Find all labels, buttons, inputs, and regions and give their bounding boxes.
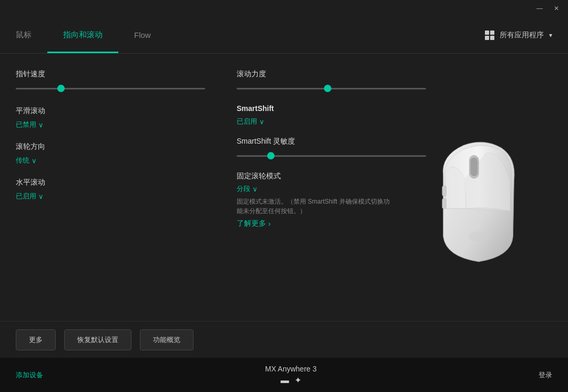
footer: 添加设备 MX Anywhere 3 ▬ ✦ 登录: [0, 358, 568, 392]
fixed-wheel-setting: 固定滚轮模式 分段 ∨ 固定模式未激活。（禁用 SmartShift 并确保模式…: [237, 172, 426, 228]
scroll-force-setting: 滚动力度: [237, 69, 426, 94]
scroll-direction-label: 滚轮方向: [16, 142, 205, 152]
smooth-scroll-label: 平滑滚动: [16, 106, 205, 116]
chevron-down-icon: ▾: [549, 32, 552, 39]
main-content: 指针速度 平滑滚动 已禁用 ∨: [0, 54, 568, 321]
fixed-wheel-note: 固定模式未激活。（禁用 SmartShift 并确保模式切换功能未分配至任何按钮…: [237, 197, 394, 216]
close-button[interactable]: ✕: [549, 3, 564, 14]
scroll-direction-setting: 滚轮方向 传统 ∨: [16, 142, 205, 165]
chevron-icon: ∨: [32, 157, 37, 165]
horizontal-scroll-value[interactable]: 已启用 ∨: [16, 192, 205, 201]
app-selector[interactable]: 所有应用程序 ▾: [485, 31, 552, 40]
title-bar: — ✕: [0, 0, 568, 17]
smooth-scroll-value[interactable]: 已禁用 ∨: [16, 120, 205, 129]
arrow-icon: ›: [268, 219, 271, 228]
slider-track: [237, 88, 426, 89]
chevron-icon: ∨: [38, 121, 44, 129]
scroll-direction-value[interactable]: 传统 ∨: [16, 156, 205, 165]
svg-rect-2: [442, 186, 447, 196]
chevron-icon: ∨: [252, 185, 258, 193]
header: 鼠标 指向和滚动 Flow 所有应用程序 ▾: [0, 17, 568, 54]
smartshift-value[interactable]: 已启用 ∨: [237, 117, 426, 126]
fixed-wheel-value[interactable]: 分段 ∨: [237, 184, 426, 194]
minimize-button[interactable]: —: [532, 3, 547, 14]
smartshift-sensitivity-slider[interactable]: [237, 150, 426, 161]
smartshift-setting: SmartShift 已启用 ∨: [237, 104, 426, 126]
tab-bar: 鼠标 指向和滚动 Flow: [16, 17, 167, 53]
smartshift-sensitivity-label: SmartShift 灵敏度: [237, 137, 426, 146]
bluetooth-icon: ✦: [295, 375, 301, 385]
chevron-icon: ∨: [38, 193, 44, 200]
app-window: — ✕ 鼠标 指向和滚动 Flow 所有应用程序 ▾: [0, 0, 568, 392]
fixed-wheel-label: 固定滚轮模式: [237, 172, 426, 181]
reset-button[interactable]: 恢复默认设置: [64, 329, 131, 350]
tab-mouse[interactable]: 鼠标: [16, 17, 47, 53]
more-button[interactable]: 更多: [16, 329, 56, 350]
overview-button[interactable]: 功能概览: [140, 329, 194, 350]
device-status-icons: ▬ ✦: [281, 375, 301, 385]
mouse-image: [421, 127, 536, 275]
battery-icon: ▬: [281, 376, 289, 385]
bottom-buttons-bar: 更多 恢复默认设置 功能概览: [0, 321, 568, 358]
svg-rect-1: [471, 157, 478, 176]
mouse-illustration: [426, 135, 531, 267]
chevron-icon: ∨: [259, 118, 265, 126]
svg-rect-3: [442, 198, 447, 208]
smartshift-label: SmartShift: [237, 104, 426, 113]
login-button[interactable]: 登录: [539, 370, 552, 380]
scroll-force-label: 滚动力度: [237, 69, 426, 79]
tab-pointer[interactable]: 指向和滚动: [47, 17, 118, 53]
scroll-force-slider[interactable]: [237, 83, 426, 94]
tab-flow[interactable]: Flow: [118, 17, 167, 53]
slider-thumb[interactable]: [324, 85, 331, 92]
device-name: MX Anywhere 3: [265, 365, 317, 373]
pointer-speed-label: 指针速度: [16, 69, 205, 79]
slider-thumb[interactable]: [267, 152, 275, 159]
footer-device-info: MX Anywhere 3 ▬ ✦: [265, 365, 317, 385]
pointer-speed-setting: 指针速度: [16, 69, 205, 94]
svg-point-4: [469, 232, 489, 242]
slider-track: [237, 155, 426, 157]
slider-thumb[interactable]: [57, 85, 65, 92]
slider-track: [16, 88, 205, 89]
horizontal-scroll-setting: 水平滚动 已启用 ∨: [16, 178, 205, 201]
horizontal-scroll-label: 水平滚动: [16, 178, 205, 187]
grid-icon: [485, 31, 494, 40]
add-device-button[interactable]: 添加设备: [16, 370, 43, 380]
smartshift-sensitivity-setting: SmartShift 灵敏度: [237, 137, 426, 161]
app-selector-label: 所有应用程序: [500, 31, 544, 40]
smooth-scroll-setting: 平滑滚动 已禁用 ∨: [16, 106, 205, 129]
learn-more-link[interactable]: 了解更多 ›: [237, 219, 426, 228]
pointer-speed-slider[interactable]: [16, 83, 205, 94]
left-column: 指针速度 平滑滚动 已禁用 ∨: [16, 69, 226, 316]
